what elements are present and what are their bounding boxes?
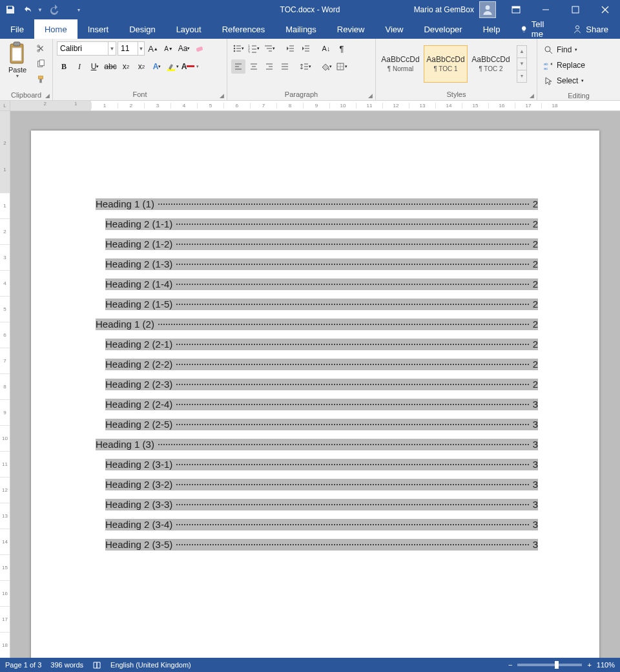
toc-entry[interactable]: Heading 2 (1-4)2 [105,278,538,290]
style-option[interactable]: AaBbCcDd¶ Normal [378,45,422,83]
toc-entry[interactable]: Heading 1 (2)2 [96,319,538,330]
toc-entry[interactable]: Heading 2 (3-5)3 [105,539,538,551]
page-indicator[interactable]: Page 1 of 3 [5,661,41,669]
chevron-down-icon[interactable]: ▼ [108,42,116,55]
toc-entry[interactable]: Heading 2 (1-3)2 [105,258,538,270]
highlight-button[interactable]: ▾ [165,59,180,74]
styles-gallery[interactable]: AaBbCcDd¶ NormalAaBbCcDd¶ TOC 1AaBbCcDd¶… [378,45,513,83]
italic-button[interactable]: I [72,59,87,74]
maximize-window-button[interactable] [561,0,590,19]
tab-references[interactable]: References [212,19,275,39]
sort-button[interactable]: A↓ [319,41,333,56]
font-family-combo[interactable]: ▼ [57,41,116,56]
minimize-window-button[interactable] [531,0,561,19]
style-option[interactable]: AaBbCcDd¶ TOC 1 [424,45,468,83]
select-button[interactable]: Select▾ [541,74,586,88]
borders-button[interactable]: ▾ [335,59,349,74]
language-indicator[interactable]: English (United Kingdom) [110,661,191,669]
font-size-combo[interactable]: ▼ [118,41,145,56]
undo-button[interactable] [22,3,35,16]
share-button[interactable]: Share [569,25,612,34]
zoom-level[interactable]: 110% [597,661,615,669]
tab-selector[interactable]: L [0,101,10,111]
decrease-indent-button[interactable] [283,41,297,56]
text-effects-button[interactable]: A▾ [150,59,164,74]
styles-up-button[interactable]: ▲ [517,46,526,58]
styles-down-button[interactable]: ▼ [517,58,526,70]
font-size-input[interactable] [118,44,138,53]
justify-button[interactable] [278,59,292,74]
bold-button[interactable]: B [57,59,71,74]
undo-dropdown[interactable]: ▼ [37,7,43,13]
style-option[interactable]: AaBbCcDd¶ TOC 2 [469,45,513,83]
styles-more-button[interactable]: ▾ [517,70,526,82]
show-hide-button[interactable]: ¶ [335,41,349,56]
align-left-button[interactable] [231,59,245,74]
tab-view[interactable]: View [375,19,413,39]
toc-entry[interactable]: Heading 2 (1-1)2 [105,218,538,230]
toc-entry[interactable]: Heading 2 (3-3)3 [105,499,538,510]
toc-entry[interactable]: Heading 1 (3)3 [96,439,538,450]
underline-button[interactable]: U▾ [88,59,102,74]
tab-file[interactable]: File [0,19,34,39]
tab-home[interactable]: Home [34,19,78,39]
strikethrough-button[interactable]: abc [103,59,118,74]
user-account[interactable]: Mario at GemBox [414,1,501,18]
clipboard-dialog-launcher[interactable]: ◢ [45,92,50,99]
zoom-out-button[interactable]: − [508,661,512,669]
format-painter-button[interactable] [34,72,48,87]
subscript-button[interactable]: x2 [119,59,133,74]
copy-button[interactable] [34,57,48,71]
toc-entry[interactable]: Heading 2 (3-4)3 [105,519,538,530]
paragraph-dialog-launcher[interactable]: ◢ [368,92,373,99]
redo-button[interactable] [48,3,61,16]
find-button[interactable]: Find▾ [541,43,580,57]
replace-button[interactable]: abac Replace [541,58,588,72]
word-count[interactable]: 396 words [50,661,83,669]
vertical-ruler[interactable]: 21123456789101112131415161718 [0,111,10,658]
close-window-button[interactable] [590,0,620,19]
zoom-slider[interactable] [517,664,582,666]
shading-button[interactable]: ▾ [319,59,333,74]
toc-entry[interactable]: Heading 2 (2-2)2 [105,359,538,370]
horizontal-ruler[interactable]: 21123456789101112131415161718 [10,101,620,111]
page[interactable]: Heading 1 (1)2Heading 2 (1-1)2Heading 2 … [31,131,599,658]
toc-entry[interactable]: Heading 1 (1)2 [96,198,538,210]
align-center-button[interactable] [247,59,261,74]
align-right-button[interactable] [262,59,276,74]
toc-entry[interactable]: Heading 2 (2-3)2 [105,379,538,390]
toc-entry[interactable]: Heading 2 (1-5)2 [105,299,538,310]
toc-entry[interactable]: Heading 2 (3-2)3 [105,479,538,490]
tell-me-search[interactable]: Tell me [510,19,561,39]
font-family-input[interactable] [57,44,108,53]
toc-entry[interactable]: Heading 2 (2-4)3 [105,399,538,410]
document-area[interactable]: Heading 1 (1)2Heading 2 (1-1)2Heading 2 … [10,111,620,658]
tab-mailings[interactable]: Mailings [275,19,327,39]
chevron-down-icon[interactable]: ▼ [138,42,144,55]
line-spacing-button[interactable]: ▾ [298,59,313,74]
tab-layout[interactable]: Layout [166,19,212,39]
toc-entry[interactable]: Heading 2 (2-1)2 [105,339,538,350]
styles-dialog-launcher[interactable]: ◢ [530,92,534,99]
numbering-button[interactable]: 123▾ [247,41,261,56]
font-color-button[interactable]: A [181,59,195,74]
change-case-button[interactable]: Aa▾ [177,41,191,56]
spell-check-button[interactable] [92,660,101,669]
cut-button[interactable] [34,41,48,56]
save-button[interactable] [4,3,17,16]
clear-formatting-button[interactable] [192,41,207,56]
tab-review[interactable]: Review [327,19,375,39]
tab-help[interactable]: Help [473,19,511,39]
superscript-button[interactable]: x2 [134,59,149,74]
toc-entry[interactable]: Heading 2 (1-2)2 [105,238,538,250]
zoom-in-button[interactable]: + [587,661,591,669]
paste-button[interactable]: Paste ▼ [4,41,31,87]
toc-entry[interactable]: Heading 2 (3-1)3 [105,459,538,470]
font-dialog-launcher[interactable]: ◢ [220,92,224,99]
toc-entry[interactable]: Heading 2 (2-5)3 [105,419,538,430]
increase-indent-button[interactable] [298,41,313,56]
tab-design[interactable]: Design [119,19,165,39]
multilevel-list-button[interactable]: ▾ [262,41,276,56]
ribbon-display-options-button[interactable] [501,0,531,19]
grow-font-button[interactable]: A▲ [146,41,160,56]
